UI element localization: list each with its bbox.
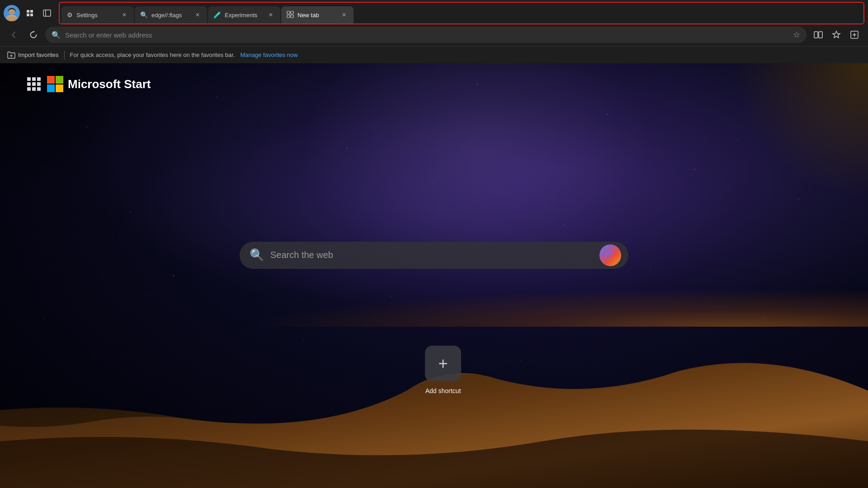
tab-experiments[interactable]: 🧪 Experiments ✕ <box>208 6 280 23</box>
profile-avatar[interactable] <box>4 5 20 21</box>
settings-tab-label: Settings <box>76 12 117 19</box>
svg-rect-14 <box>814 32 818 38</box>
address-bar[interactable]: 🔍 ☆ <box>45 27 807 43</box>
nav-bar: 🔍 ☆ <box>0 23 868 46</box>
svg-rect-4 <box>27 10 29 13</box>
ms-sq-green <box>56 76 63 84</box>
experiments-tab-label: Experiments <box>225 12 263 19</box>
content-search-input[interactable] <box>270 250 593 260</box>
tab-bar: ⚙ Settings ✕ 🔍 edge//:flags ✕ 🧪 Experime… <box>0 0 868 23</box>
tabs-group: ⚙ Settings ✕ 🔍 edge//:flags ✕ 🧪 Experime… <box>59 2 864 24</box>
copilot-button[interactable] <box>599 244 621 266</box>
ms-logo[interactable]: Microsoft Start <box>47 76 151 92</box>
ms-start-label: Microsoft Start <box>68 77 151 91</box>
favorites-bar: Import favorites For quick access, place… <box>0 46 868 63</box>
svg-rect-6 <box>27 14 29 16</box>
tab-flags[interactable]: 🔍 edge//:flags ✕ <box>135 6 207 23</box>
grid-dot-9 <box>37 87 41 91</box>
newtab-tab-close[interactable]: ✕ <box>340 11 348 19</box>
sidebar-toggle-icon[interactable] <box>40 6 54 20</box>
import-favorites-label: Import favorites <box>18 52 59 58</box>
split-screen-button[interactable] <box>810 27 826 43</box>
favorites-divider <box>64 51 65 60</box>
flags-tab-close[interactable]: ✕ <box>193 11 202 19</box>
main-content: Microsoft Start 🔍 <box>0 63 868 488</box>
svg-rect-12 <box>287 15 290 18</box>
svg-rect-10 <box>287 11 290 14</box>
tab-newtab[interactable]: New tab ✕ <box>281 6 354 23</box>
svg-rect-13 <box>291 15 293 18</box>
svg-rect-7 <box>30 14 33 16</box>
horizon-glow <box>0 272 868 327</box>
newtab-tab-icon <box>287 11 294 19</box>
flags-tab-icon: 🔍 <box>140 11 148 19</box>
flags-tab-label: edge//:flags <box>151 12 190 19</box>
content-search-bar[interactable]: 🔍 <box>240 242 628 269</box>
ms-start-header: Microsoft Start <box>27 76 151 92</box>
svg-rect-8 <box>43 10 51 16</box>
favorites-hint-text: For quick access, place your favorites h… <box>70 52 235 58</box>
ms-sq-red <box>47 76 55 84</box>
grid-dot-1 <box>27 77 31 81</box>
refresh-button[interactable] <box>25 27 42 43</box>
tab-settings[interactable]: ⚙ Settings ✕ <box>61 6 134 23</box>
svg-rect-5 <box>30 10 33 13</box>
content-search-icon: 🔍 <box>250 248 264 262</box>
experiments-tab-close[interactable]: ✕ <box>267 11 275 19</box>
grid-dot-4 <box>27 82 31 86</box>
search-icon: 🔍 <box>52 31 61 39</box>
manage-favorites-link[interactable]: Manage favorites now <box>241 52 298 58</box>
svg-rect-11 <box>291 11 293 14</box>
import-favorites-button[interactable]: Import favorites <box>7 52 59 59</box>
nav-actions <box>810 27 863 43</box>
favorites-button[interactable] <box>828 27 844 43</box>
add-tab-button[interactable] <box>846 27 863 43</box>
ms-sq-blue <box>47 84 55 92</box>
settings-tab-icon: ⚙ <box>67 11 73 19</box>
tab-bar-left <box>4 5 54 21</box>
tab-manager-icon[interactable] <box>23 6 37 20</box>
browser-chrome: ⚙ Settings ✕ 🔍 edge//:flags ✕ 🧪 Experime… <box>0 0 868 488</box>
experiments-tab-icon: 🧪 <box>213 11 221 19</box>
settings-tab-close[interactable]: ✕ <box>120 11 128 19</box>
grid-dot-5 <box>32 82 36 86</box>
add-shortcut-container: + Add shortcut <box>425 346 461 394</box>
favorites-icon[interactable]: ☆ <box>793 30 800 40</box>
address-input[interactable] <box>65 31 788 39</box>
svg-rect-15 <box>819 32 822 38</box>
grid-dot-8 <box>32 87 36 91</box>
ms-sq-yellow <box>56 84 63 92</box>
add-shortcut-label: Add shortcut <box>425 387 461 394</box>
ms-grid-icon[interactable] <box>27 77 41 91</box>
grid-dot-3 <box>37 77 41 81</box>
ms-squares <box>47 76 63 92</box>
grid-dot-2 <box>32 77 36 81</box>
back-button[interactable] <box>5 27 22 43</box>
newtab-tab-label: New tab <box>297 12 336 19</box>
grid-dot-7 <box>27 87 31 91</box>
add-shortcut-button[interactable]: + <box>425 346 461 382</box>
grid-dot-6 <box>37 82 41 86</box>
